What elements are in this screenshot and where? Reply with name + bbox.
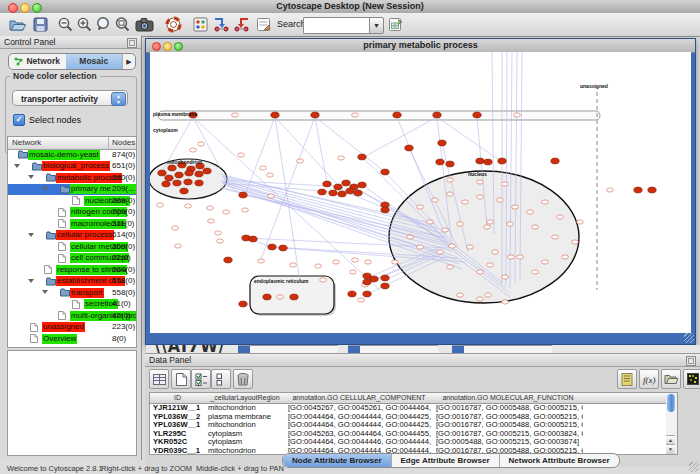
tree-row[interactable]: nucleobase-209(0) [8, 195, 136, 207]
zoom-view-icon[interactable] [174, 42, 183, 51]
close-view-icon[interactable] [152, 42, 161, 51]
layout-red-icon[interactable] [231, 15, 251, 34]
table-cell[interactable]: YDR039C__1 [150, 447, 205, 455]
select-attributes-icon[interactable] [191, 369, 211, 389]
zoom-window-icon[interactable] [32, 3, 42, 13]
table-cell[interactable]: [GO:0016787, GO:0005488, GO:0005215, G..… [433, 421, 583, 430]
table-column-header[interactable]: _cellularLayoutRegion [205, 393, 286, 404]
tree-row[interactable]: cellular process614(0) [8, 230, 136, 242]
matrix-view-icon[interactable] [683, 369, 700, 389]
select-nodes-checkbox[interactable]: ✓ [13, 114, 25, 126]
expand-arrow-icon[interactable] [28, 175, 34, 179]
table-cell[interactable]: [GO:0045263, GO:0044464, GO:0044455, G..… [285, 430, 433, 439]
svg-text:f(x): f(x) [643, 375, 656, 385]
attribute-table[interactable]: ID_cellularLayoutRegionannotation.GO CEL… [149, 392, 668, 455]
table-cell[interactable]: [GO:0044464, GO:0044446, GO:0044444, G..… [285, 438, 433, 447]
network-tab-icon [14, 57, 23, 66]
table-cell[interactable]: YLR295C [150, 430, 205, 439]
zoom-in-icon[interactable] [74, 15, 94, 34]
table-scrollbar[interactable]: ▲ ▼ [666, 392, 678, 455]
tree-row[interactable]: biological_process651(0) [8, 161, 136, 173]
table-column-header[interactable]: annotation.GO MOLECULAR_FUNCTION [433, 393, 584, 404]
show-table-icon[interactable] [149, 369, 169, 389]
tree-row[interactable]: macromolecule311(0) [8, 218, 136, 230]
tab-mosaic[interactable]: Mosaic [66, 54, 123, 69]
tree-row[interactable]: cellular metabol209(0) [8, 241, 136, 253]
tree-col-nodes: Nodes [112, 138, 135, 147]
table-cell[interactable]: [GO:0016787, GO:0005488, GO:0005215, G..… [433, 404, 583, 413]
tree-row[interactable]: nitrogen compo209(0) [8, 207, 136, 219]
zoom-fit-icon[interactable] [112, 15, 132, 34]
table-cell[interactable]: [GO:0044464, GO:0044444, GO:0044425, G..… [285, 413, 433, 422]
minimize-window-icon[interactable] [20, 3, 30, 13]
table-cell[interactable]: [GO:0005488, GO:0005215, GO:0003674] [433, 438, 583, 447]
tree-row-nodes: 209(0) [111, 207, 136, 217]
scrollbar-thumb[interactable] [667, 394, 675, 412]
tree-row[interactable]: multi-organism pro42(0) [8, 310, 136, 322]
import-network-icon[interactable] [385, 15, 405, 34]
table-cell[interactable]: YJR121W__1 [150, 404, 205, 413]
table-cell[interactable]: cytoplasm [205, 430, 285, 439]
expand-arrow-icon[interactable] [28, 233, 34, 237]
table-cell[interactable]: mitochondrion [205, 421, 285, 430]
expand-arrow-icon[interactable] [42, 187, 48, 191]
search-dropdown-icon[interactable]: ▼ [369, 17, 384, 34]
table-cell[interactable]: mitochondrion [205, 447, 285, 455]
network-window-titlebar[interactable]: primary metabolic process [146, 39, 695, 53]
tree-row[interactable]: unassigned223(0) [8, 322, 136, 334]
expand-arrow-icon[interactable] [14, 164, 20, 168]
tree-row[interactable]: Overview8(0) [8, 333, 136, 345]
table-cell[interactable]: [GO:0045267, GO:0045261, GO:0044464, G..… [285, 404, 433, 413]
vizmapper-icon[interactable] [190, 15, 210, 34]
expand-arrow-icon[interactable] [28, 279, 34, 283]
table-cell[interactable]: cytoplasm [205, 438, 285, 447]
table-column-header[interactable]: ID [150, 393, 206, 404]
tree-row[interactable]: response to stimulu264(0) [8, 264, 136, 276]
new-attribute-icon[interactable] [171, 369, 191, 389]
table-cell[interactable]: [GO:0016787, GO:0005488, GO:0005215, G..… [433, 413, 583, 422]
tree-row[interactable]: metabolic process280(0) [8, 172, 136, 184]
import-attributes-icon[interactable] [661, 369, 681, 389]
window-resize-grip-icon[interactable] [689, 462, 699, 472]
control-panel-float-icon[interactable] [127, 38, 137, 48]
view-resize-grip-icon[interactable] [684, 333, 694, 343]
table-column-header[interactable]: annotation.GO CELLULAR_COMPONENT [285, 393, 434, 404]
layout-blue-icon[interactable] [211, 15, 231, 34]
zoom-selected-icon[interactable] [93, 15, 113, 34]
attribute-editor-icon[interactable] [617, 369, 637, 389]
expand-arrow-icon[interactable] [42, 290, 48, 294]
birdseye-view[interactable] [7, 350, 137, 456]
function-builder-icon[interactable]: f(x) [639, 369, 659, 389]
tree-row[interactable]: transport558(0) [8, 287, 136, 299]
minimize-view-icon[interactable] [163, 42, 172, 51]
save-session-icon[interactable] [30, 15, 50, 34]
annotation-icon[interactable] [253, 15, 273, 34]
table-cell[interactable]: plasma membrane [205, 413, 285, 422]
help-lifesaver-icon[interactable] [163, 15, 183, 34]
snapshot-camera-icon[interactable] [134, 15, 154, 34]
table-cell[interactable]: YPL036W__2 [150, 413, 205, 422]
tree-row[interactable]: mosaic-demo-yeast874(0) [8, 149, 136, 161]
unselect-attributes-icon[interactable] [211, 369, 231, 389]
table-cell[interactable]: YKR052C [150, 438, 205, 447]
network-canvas[interactable]: plasma membranecytoplasmmitochondrionnuc… [150, 52, 691, 333]
node-color-dropdown[interactable]: transporter activity ▲▼ [12, 90, 128, 106]
data-panel-float-icon[interactable] [686, 356, 696, 366]
search-input[interactable] [303, 17, 374, 34]
delete-attribute-icon[interactable] [233, 369, 253, 389]
tree-row[interactable]: primary metabo209(... [8, 184, 136, 196]
table-cell[interactable]: YPL036W__1 [150, 421, 205, 430]
open-session-icon[interactable] [8, 15, 28, 34]
tree-row[interactable]: secretion41(0) [8, 299, 136, 311]
table-cell[interactable]: [GO:0016787, GO:0005215, GO:0003824, G..… [433, 430, 583, 439]
close-window-icon[interactable] [8, 3, 18, 13]
table-cell[interactable]: [GO:0044464, GO:0044444, GO:0044425, G..… [285, 421, 433, 430]
zoom-out-icon[interactable] [55, 15, 75, 34]
tab-network[interactable]: Network [9, 54, 66, 69]
scroll-down-icon[interactable]: ▼ [666, 444, 675, 454]
tab-overflow-arrow-icon[interactable]: ▶ [122, 54, 135, 69]
tree-row[interactable]: establishment of lo558(0) [8, 276, 136, 288]
network-view-title: primary metabolic process [146, 39, 695, 52]
tree-row[interactable]: cell communicat22(0) [8, 253, 136, 265]
table-cell[interactable]: mitochondrion [205, 404, 285, 413]
